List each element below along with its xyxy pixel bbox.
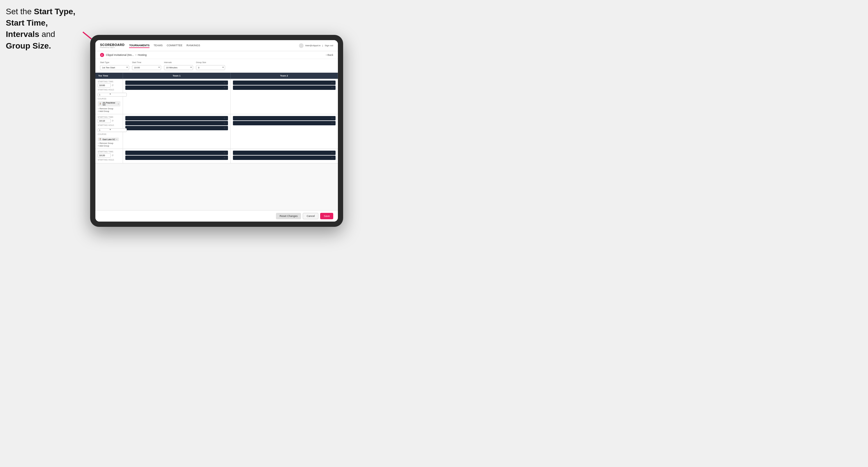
left-panel-1: STARTING TIME: ⏱ STARTING HOLE: 1 COURSE… bbox=[95, 79, 123, 114]
starting-time-input-3[interactable] bbox=[98, 153, 111, 158]
close-icon-1b[interactable]: × ○ bbox=[224, 87, 226, 89]
group-size-select[interactable]: 3 4 2 bbox=[196, 65, 225, 70]
team1-player-row-1b: × ○ bbox=[125, 86, 228, 90]
team1-player-row-3b: × ○ bbox=[125, 156, 228, 160]
starting-hole-wrapper-1: 1 bbox=[98, 91, 112, 97]
breadcrumb-logo: C bbox=[100, 53, 104, 57]
starting-time-input-2[interactable] bbox=[98, 119, 111, 123]
breadcrumb-bar: C Clippd Invitational (Mo... > Hosting ‹… bbox=[95, 51, 338, 59]
time-icon-2: ⏱ bbox=[112, 120, 114, 122]
close-icon-2-1b[interactable]: × ○ bbox=[224, 122, 226, 124]
intervals-group: Intervals 10 Minutes 8 Minutes 12 Minute… bbox=[164, 61, 193, 70]
group-row-2: STARTING TIME: ⏱ STARTING HOLE: 1 COURSE… bbox=[95, 114, 338, 149]
team2-player-row-1a: × ○ bbox=[233, 81, 336, 85]
starting-hole-select-1[interactable]: 1 bbox=[98, 93, 127, 97]
close-icon-2-2b[interactable]: × ○ bbox=[332, 122, 334, 124]
starting-hole-label-3: STARTING HOLE: bbox=[98, 159, 120, 161]
start-type-select[interactable]: 1st Tee Start Shotgun Start bbox=[100, 65, 129, 70]
reset-button[interactable]: Reset Changes bbox=[276, 213, 301, 219]
intervals-label: Intervals bbox=[164, 61, 193, 63]
start-type-label: Start Type bbox=[100, 61, 129, 63]
close-icon-2-1c[interactable]: × ○ bbox=[224, 127, 226, 129]
add-group-2[interactable]: + Add Group bbox=[98, 145, 120, 147]
group-size-group: Group Size 3 4 2 bbox=[196, 61, 225, 70]
right-panel-3: × ○ × ○ × ○ × ○ bbox=[123, 149, 338, 163]
starting-hole-select-2[interactable]: 1 bbox=[98, 128, 127, 132]
nav-right: blair@clippd.io | Sign out bbox=[299, 43, 333, 48]
course-remove-2[interactable]: × bbox=[116, 138, 118, 141]
group-size-wrapper: 3 4 2 bbox=[196, 64, 225, 70]
course-remove-1[interactable]: × bbox=[118, 103, 119, 105]
close-icon-3-2a[interactable]: × ○ bbox=[332, 152, 334, 154]
add-group-1[interactable]: + Add Group bbox=[98, 110, 120, 112]
course-tag-1: 🏌 (A) Peachtree GC × bbox=[98, 101, 120, 106]
tournament-breadcrumb[interactable]: Clippd Invitational (Mo... bbox=[106, 54, 134, 56]
start-time-input[interactable] bbox=[132, 65, 161, 70]
close-icon-2-2a[interactable]: × ○ bbox=[332, 117, 334, 119]
left-panel-3: STARTING TIME: ⏱ STARTING HOLE: bbox=[95, 149, 123, 163]
tablet-screen: SCOREBOARD Powered by clipp'd TOURNAMENT… bbox=[95, 40, 338, 222]
team1-panel-2: × ○ × ○ × ○ bbox=[123, 114, 230, 149]
start-type-wrapper: 1st Tee Start Shotgun Start bbox=[100, 64, 129, 70]
team2-player-row-2b: × ○ bbox=[233, 121, 336, 125]
remove-group-1[interactable]: ○ Remove Group bbox=[98, 107, 120, 110]
right-panel-2: × ○ × ○ × ○ × ○ bbox=[123, 114, 338, 149]
th-team2: Team 2 bbox=[230, 73, 338, 79]
starting-hole-wrapper-2: 1 bbox=[98, 127, 112, 132]
group-size-label: Group Size bbox=[196, 61, 225, 63]
starting-time-label-2: STARTING TIME: bbox=[98, 116, 120, 118]
team1-panel-1: × ○ × ○ bbox=[123, 79, 230, 114]
right-panel-1: × ○ × ○ × ○ × ○ bbox=[123, 79, 338, 114]
nav-item-committee[interactable]: COMMITTEE bbox=[166, 43, 182, 48]
th-team1: Team 1 bbox=[123, 73, 230, 79]
starting-time-label-1: STARTING TIME: bbox=[98, 81, 120, 83]
course-icon-1: 🏌 bbox=[99, 103, 102, 105]
intervals-select[interactable]: 10 Minutes 8 Minutes 12 Minutes bbox=[164, 65, 193, 70]
intervals-wrapper: 10 Minutes 8 Minutes 12 Minutes bbox=[164, 64, 193, 70]
action-links-1: ○ Remove Group + Add Group bbox=[98, 107, 120, 112]
close-icon-1a[interactable]: × ○ bbox=[224, 82, 226, 84]
bottom-bar: Reset Changes Cancel Save bbox=[95, 210, 338, 222]
start-type-group: Start Type 1st Tee Start Shotgun Start bbox=[100, 61, 129, 70]
course-tag-2: 🏌 East Lake GC × bbox=[98, 137, 119, 141]
group-body-1: STARTING TIME: ⏱ STARTING HOLE: 1 COURSE… bbox=[95, 79, 338, 114]
remove-group-2[interactable]: ○ Remove Group bbox=[98, 142, 120, 144]
course-label-1: COURSE: bbox=[98, 98, 120, 100]
top-nav: SCOREBOARD Powered by clipp'd TOURNAMENT… bbox=[95, 40, 338, 51]
th-tee-time: Tee Time bbox=[95, 73, 123, 79]
logo-area: SCOREBOARD Powered by clipp'd bbox=[100, 43, 124, 48]
starting-time-row-1: ⏱ bbox=[98, 83, 120, 88]
starting-hole-label-1: STARTING HOLE: bbox=[98, 89, 120, 91]
close-icon-2a[interactable]: × ○ bbox=[332, 82, 334, 84]
team2-player-row-1b: × ○ bbox=[233, 86, 336, 90]
sign-out-link[interactable]: Sign out bbox=[325, 44, 333, 47]
left-panel-2: STARTING TIME: ⏱ STARTING HOLE: 1 COURSE… bbox=[95, 114, 123, 149]
course-icon-2: 🏌 bbox=[99, 138, 102, 141]
group-body-3: STARTING TIME: ⏱ STARTING HOLE: × ○ bbox=[95, 149, 338, 163]
close-icon-2b[interactable]: × ○ bbox=[332, 87, 334, 89]
nav-item-tournaments[interactable]: TOURNAMENTS bbox=[129, 43, 150, 48]
nav-user-email: blair@clippd.io bbox=[305, 44, 321, 47]
start-time-label: Start Time bbox=[132, 61, 161, 63]
team1-player-row-2c: × ○ bbox=[125, 126, 228, 130]
close-icon-3-1a[interactable]: × ○ bbox=[224, 152, 226, 154]
close-icon-2-1a[interactable]: × ○ bbox=[224, 117, 226, 119]
close-icon-3-1b[interactable]: × ○ bbox=[224, 157, 226, 159]
team2-player-row-2a: × ○ bbox=[233, 116, 336, 120]
back-button[interactable]: ‹ Back bbox=[326, 54, 333, 56]
starting-hole-label-2: STARTING HOLE: bbox=[98, 124, 120, 126]
close-icon-3-2b[interactable]: × ○ bbox=[332, 157, 334, 159]
main-content: Tee Time Team 1 Team 2 STARTING TIME: ⏱ … bbox=[95, 73, 338, 210]
start-time-wrapper bbox=[132, 64, 161, 70]
starting-time-row-2: ⏱ bbox=[98, 119, 120, 123]
save-button[interactable]: Save bbox=[320, 213, 333, 219]
team2-panel-2: × ○ × ○ bbox=[230, 114, 338, 149]
starting-time-input-1[interactable] bbox=[98, 83, 111, 88]
cancel-button[interactable]: Cancel bbox=[303, 213, 318, 219]
start-time-group: Start Time bbox=[132, 61, 161, 70]
team1-player-row-3a: × ○ bbox=[125, 151, 228, 155]
starting-time-label-3: STARTING TIME: bbox=[98, 151, 120, 153]
nav-item-teams[interactable]: TEAMS bbox=[154, 43, 162, 48]
team1-player-row-2b: × ○ bbox=[125, 121, 228, 125]
nav-item-rankings[interactable]: RANKINGS bbox=[186, 43, 200, 48]
